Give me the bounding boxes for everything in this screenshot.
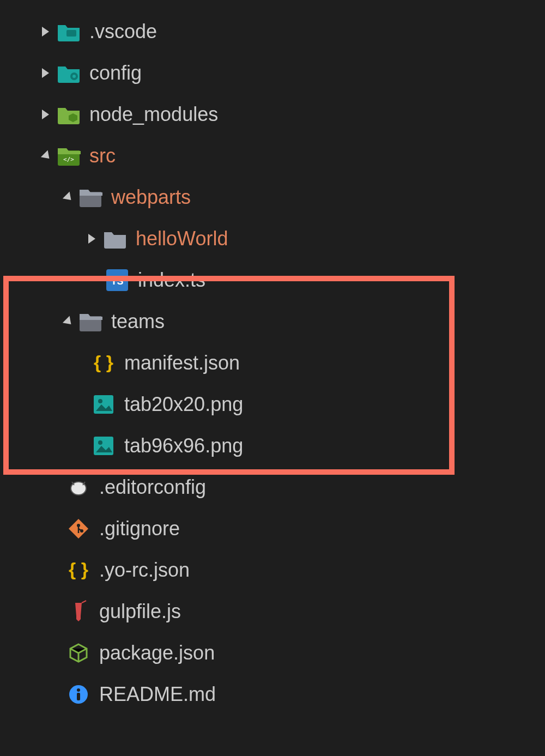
- tree-item-tab20-png[interactable]: tab20x20.png: [5, 384, 545, 425]
- svg-text:{ }: { }: [69, 559, 88, 579]
- typescript-file-icon: TS: [104, 269, 130, 291]
- tree-item-label: .gitignore: [99, 517, 180, 540]
- folder-open-icon: [77, 188, 104, 207]
- folder-open-icon: [77, 312, 104, 331]
- tree-item-label: teams: [111, 310, 165, 333]
- folder-config-icon: [56, 63, 82, 83]
- folder-vscode-icon: [56, 22, 82, 41]
- tree-item-editorconfig[interactable]: .editorconfig: [5, 467, 545, 508]
- svg-point-10: [98, 440, 102, 445]
- git-icon: [65, 518, 92, 540]
- tree-item-label: webparts: [111, 186, 191, 209]
- image-file-icon: [90, 394, 117, 415]
- svg-rect-0: [66, 30, 76, 37]
- tree-item-webparts[interactable]: webparts: [5, 177, 545, 218]
- tree-item-label: package.json: [99, 642, 215, 664]
- svg-text:</>: </>: [63, 156, 74, 163]
- chevron-down-icon: [38, 153, 52, 160]
- chevron-right-icon: [38, 27, 52, 37]
- file-explorer-tree: .vscode config node_modules </> src webp…: [0, 11, 545, 715]
- tree-item-gitignore[interactable]: .gitignore: [5, 508, 545, 549]
- svg-rect-18: [77, 693, 80, 700]
- chevron-down-icon: [60, 194, 74, 201]
- svg-text:{ }: { }: [94, 352, 113, 372]
- editorconfig-icon: [65, 476, 92, 498]
- tree-item-label: index.ts: [138, 269, 205, 292]
- chevron-right-icon: [38, 68, 52, 78]
- tree-item-label: tab20x20.png: [124, 393, 243, 416]
- npm-package-icon: [65, 642, 92, 664]
- gulp-icon: [65, 600, 92, 624]
- tree-item-config[interactable]: config: [5, 52, 545, 94]
- tree-item-label: src: [89, 144, 116, 167]
- tree-item-helloworld[interactable]: helloWorld: [5, 218, 545, 259]
- tree-item-label: tab96x96.png: [124, 434, 243, 457]
- chevron-down-icon: [60, 318, 74, 325]
- tree-item-tab96-png[interactable]: tab96x96.png: [5, 425, 545, 467]
- chevron-right-icon: [84, 234, 99, 244]
- tree-item-index-ts[interactable]: TS index.ts: [5, 259, 545, 301]
- folder-src-icon: </>: [56, 146, 82, 166]
- tree-item-label: README.md: [99, 683, 216, 706]
- image-file-icon: [90, 435, 117, 457]
- tree-item-package-json[interactable]: package.json: [5, 632, 545, 674]
- tree-item-label: gulpfile.js: [99, 600, 181, 623]
- tree-item-label: helloWorld: [136, 227, 228, 250]
- tree-item-src[interactable]: </> src: [5, 135, 545, 177]
- svg-point-17: [77, 688, 80, 692]
- tree-item-yo-rc-json[interactable]: { } .yo-rc.json: [5, 549, 545, 591]
- tree-item-label: .editorconfig: [99, 476, 206, 499]
- tree-item-node-modules[interactable]: node_modules: [5, 94, 545, 135]
- tree-item-label: node_modules: [89, 103, 218, 126]
- svg-point-8: [98, 399, 102, 403]
- tree-item-label: .yo-rc.json: [99, 559, 190, 582]
- tree-item-vscode[interactable]: .vscode: [5, 11, 545, 52]
- tree-item-label: .vscode: [89, 20, 157, 43]
- chevron-right-icon: [38, 110, 52, 119]
- tree-item-gulpfile[interactable]: gulpfile.js: [5, 591, 545, 632]
- svg-point-2: [72, 75, 76, 78]
- svg-text:TS: TS: [111, 276, 123, 287]
- tree-item-readme[interactable]: README.md: [5, 674, 545, 715]
- json-file-icon: { }: [65, 559, 92, 581]
- tree-item-label: config: [89, 62, 142, 84]
- tree-item-teams[interactable]: teams: [5, 301, 545, 342]
- folder-icon: [102, 229, 128, 249]
- tree-item-label: manifest.json: [124, 352, 240, 374]
- json-file-icon: { }: [90, 352, 117, 374]
- tree-item-manifest-json[interactable]: { } manifest.json: [5, 342, 545, 384]
- info-icon: [65, 684, 92, 705]
- folder-node-modules-icon: [56, 105, 82, 124]
